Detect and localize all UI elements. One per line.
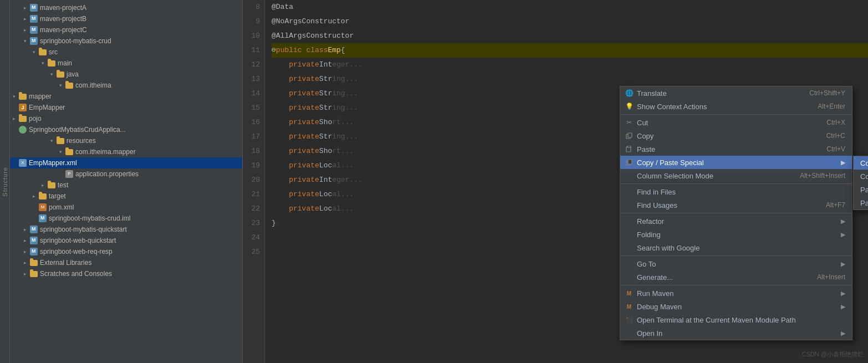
label-resources: resources (67, 137, 96, 145)
menu-item-column-selection-mode[interactable]: Column Selection ModeAlt+Shift+Insert (620, 169, 852, 182)
icon-springboot-mybatis-quickstart (30, 226, 38, 233)
sidebar-item-pom.xml[interactable]: Mpom.xml (10, 202, 242, 213)
menu-item-copy-paste-special[interactable]: Copy / Paste Special▶ (620, 156, 852, 169)
code-line-10: @NoArgsConstructor (272, 14, 868, 29)
menu-item-translate[interactable]: 🌐TranslateCtrl+Shift+Y (620, 86, 852, 100)
sidebar-item-SpringbootMybatisCrudApplica[interactable]: SpringbootMybatisCrudApplica... (10, 124, 242, 135)
line-num-11: 11 (243, 43, 260, 58)
sidebar-item-Scratches and Consoles[interactable]: Scratches and Consoles (10, 268, 242, 279)
sidebar-item-java[interactable]: java (10, 69, 242, 80)
menu-item-open-terminal[interactable]: ⬛Open Terminal at the Current Maven Modu… (620, 313, 852, 326)
sidebar-item-resources[interactable]: resources (10, 135, 242, 146)
menu-separator-11 (620, 213, 852, 213)
menu-label-debug-maven: Debug Maven (637, 303, 682, 311)
sidebar-item-com.itheima[interactable]: com.itheima (10, 80, 242, 91)
menu-item-copy[interactable]: CopyCtrl+C (620, 129, 852, 142)
label-Scratches and Consoles: Scratches and Consoles (40, 270, 112, 278)
sidebar-item-pojo[interactable]: pojo (10, 113, 242, 124)
line-num-20: 20 (243, 173, 260, 187)
menu-item-generate[interactable]: Generate...Alt+Insert (620, 270, 852, 284)
icon-springboot-web-quickstart (30, 237, 38, 244)
label-target: target (49, 192, 66, 200)
label-springboot-mybatis-crud: springboot-mybatis-crud (40, 37, 111, 45)
sidebar-item-maven-projectB[interactable]: maven-projectB (10, 13, 242, 24)
line-num-21: 21 (243, 187, 260, 202)
icon-com.itheima (65, 83, 73, 89)
menu-item-debug-maven[interactable]: MDebug Maven▶ (620, 300, 852, 313)
menu-shortcut-paste: Ctrl+V (826, 145, 845, 153)
submenu-item-paste-as-plain-text[interactable]: Paste as Plain TextCtrl+Alt+Shift+V (854, 183, 868, 196)
sidebar-item-mapper[interactable]: mapper (10, 91, 242, 102)
menu-item-find-usages[interactable]: Find UsagesAlt+F7 (620, 198, 852, 212)
line-num-13: 13 (243, 72, 260, 86)
sidebar-item-target[interactable]: target (10, 191, 242, 202)
menu-item-folding[interactable]: Folding▶ (620, 228, 852, 241)
line-num-15: 15 (243, 101, 260, 115)
menu-item-run-maven[interactable]: MRun Maven▶ (620, 287, 852, 300)
sidebar-item-springboot-mybatis-crud.iml[interactable]: springboot-mybatis-crud.iml (10, 213, 242, 224)
menu-item-cut[interactable]: ✂CutCtrl+X (620, 116, 852, 129)
icon-target (39, 193, 47, 200)
watermark: CSDN @小袁拒绝摆烂 (802, 350, 864, 359)
line-num-25: 25 (243, 245, 260, 259)
code-line-14: private String... (272, 72, 868, 86)
submenu-item-copy-reference[interactable]: Copy ReferenceCtrl+Alt+Shift+C (854, 156, 868, 170)
sidebar-item-EmpMapper.xml[interactable]: XEmpMapper.xml (10, 157, 242, 168)
sidebar-item-External Libraries[interactable]: External Libraries (10, 257, 242, 268)
sidebar-item-test[interactable]: test (10, 180, 242, 191)
icon-java (57, 71, 64, 78)
svg-rect-3 (627, 146, 631, 147)
line-num-12: 12 (243, 58, 260, 72)
sidebar-item-EmpMapper[interactable]: JEmpMapper (10, 102, 242, 113)
structure-tab-label[interactable]: Structure (2, 167, 8, 197)
submenu-item-paste-from-history[interactable]: Paste from History...Ctrl+Shift+V (854, 196, 868, 209)
arrow-com.itheima.mapper (57, 148, 64, 156)
sidebar-item-springboot-mybatis-quickstart[interactable]: springboot-mybatis-quickstart (10, 224, 242, 235)
submenu-label-copy-as-plain-text: Copy as Plain Text (860, 172, 868, 181)
menu-icon-translate: 🌐 (625, 89, 634, 98)
menu-icon-open-terminal: ⬛ (625, 315, 634, 324)
structure-panel: Structure (0, 0, 10, 363)
sidebar-item-springboot-web-req-resp[interactable]: springboot-web-req-resp (10, 246, 242, 257)
line-num-17: 17 (243, 130, 260, 144)
menu-arrow-debug-maven: ▶ (841, 303, 845, 310)
code-line-9: @Data (272, 0, 868, 14)
label-src: src (49, 48, 58, 56)
menu-icon-go-to (625, 259, 634, 268)
menu-item-refactor[interactable]: Refactor▶ (620, 214, 852, 228)
arrow-mapper (10, 93, 18, 100)
sidebar-item-maven-projectC[interactable]: maven-projectC (10, 24, 242, 35)
line-num-16: 16 (243, 115, 260, 130)
editor-area: 8910111213141516171819202122232425 @Data… (243, 0, 868, 363)
menu-icon-folding (625, 230, 634, 239)
arrow-maven-projectC (21, 26, 29, 34)
submenu-item-copy-as-plain-text[interactable]: Copy as Plain Text (854, 170, 868, 183)
icon-springboot-mybatis-crud.iml (39, 214, 47, 222)
sidebar-item-springboot-web-quickstart[interactable]: springboot-web-quickstart (10, 235, 242, 246)
sidebar-item-maven-projectA[interactable]: maven-projectA (10, 2, 242, 13)
code-line-11: @AllArgsConstructor (272, 29, 868, 43)
sidebar-item-application.properties[interactable]: Papplication.properties (10, 168, 242, 180)
menu-item-find-in-files[interactable]: Find in Files (620, 185, 852, 198)
line-num-8: 8 (243, 0, 260, 14)
sidebar-item-springboot-mybatis-crud[interactable]: springboot-mybatis-crud (10, 35, 242, 47)
sidebar-item-src[interactable]: src (10, 47, 242, 58)
sidebar-item-main[interactable]: main (10, 58, 242, 69)
context-menu: 🌐TranslateCtrl+Shift+Y💡Show Context Acti… (620, 86, 852, 340)
label-com.itheima: com.itheima (75, 81, 111, 89)
submenu-copy-paste-special: Copy ReferenceCtrl+Alt+Shift+CCopy as Pl… (853, 156, 868, 210)
menu-shortcut-translate: Ctrl+Shift+Y (809, 89, 845, 97)
menu-icon-debug-maven: M (625, 302, 634, 311)
menu-label-open-terminal: Open Terminal at the Current Maven Modul… (637, 316, 796, 324)
menu-item-show-context-actions[interactable]: 💡Show Context ActionsAlt+Enter (620, 100, 852, 113)
arrow-springboot-mybatis-crud (21, 37, 29, 45)
icon-springboot-mybatis-crud (30, 37, 38, 45)
menu-item-search-with-google[interactable]: Search with Google (620, 241, 852, 254)
menu-shortcut-column-selection-mode: Alt+Shift+Insert (800, 172, 845, 180)
menu-item-open-in[interactable]: Open In▶ (620, 326, 852, 340)
sidebar-item-com.itheima.mapper[interactable]: com.itheima.mapper (10, 146, 242, 157)
menu-icon-copy-paste-special (625, 158, 634, 167)
menu-item-go-to[interactable]: Go To▶ (620, 257, 852, 270)
arrow-main (39, 59, 47, 67)
menu-item-paste[interactable]: PasteCtrl+V (620, 142, 852, 156)
